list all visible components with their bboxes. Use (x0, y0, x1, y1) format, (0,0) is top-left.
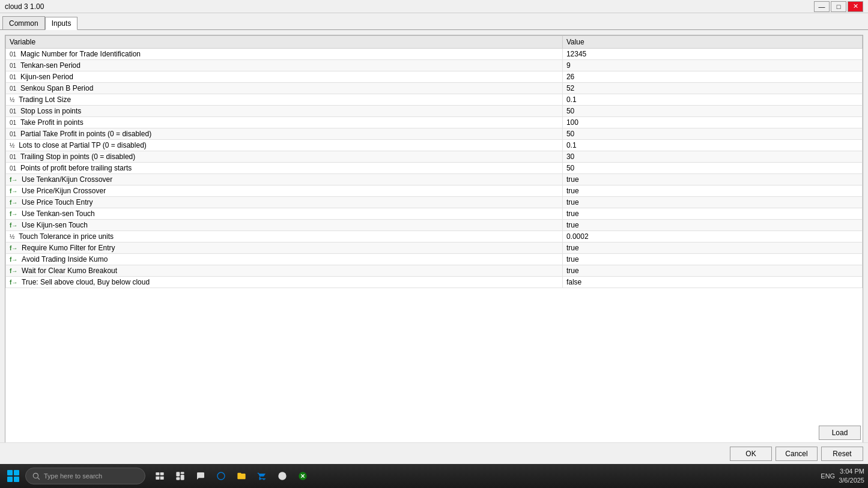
main-window: Common Inputs Variable Value 01 Magic Nu… (0, 13, 868, 464)
table-row[interactable]: f→ Avoid Trading Inside Kumotrue (6, 254, 863, 265)
table-row[interactable]: 01 Senkou Span B Period52 (6, 83, 863, 94)
taskbar-search[interactable]: Type here to search (25, 468, 145, 484)
tab-common[interactable]: Common (2, 16, 45, 29)
variable-cell: ½ Lots to close at Partial TP (0 = disab… (6, 140, 563, 151)
taskbar: Type here to search ENG 3:04 PM (0, 464, 868, 488)
col-header-variable: Variable (6, 36, 563, 49)
value-cell: false (562, 277, 862, 288)
value-cell: true (562, 208, 862, 220)
variable-cell: f→ Use Price Touch Entry (6, 197, 563, 208)
store-icon[interactable] (252, 464, 272, 488)
table-row[interactable]: ½ Touch Tolerance in price units0.0002 (6, 231, 863, 242)
variable-cell: ½ Trading Lot Size (6, 94, 563, 106)
load-button[interactable]: Load (819, 426, 861, 440)
taskbar-time-display: 3:04 PM (839, 467, 864, 476)
reset-button[interactable]: Reset (821, 447, 863, 461)
table-row[interactable]: 01 Take Profit in points100 (6, 117, 863, 128)
search-placeholder: Type here to search (44, 472, 102, 480)
svg-rect-2 (156, 472, 159, 475)
table-row[interactable]: f→ Use Kijun-sen Touchtrue (6, 220, 863, 231)
value-cell: 0.0002 (562, 231, 862, 242)
table-row[interactable]: 01 Trailing Stop in points (0 = disabled… (6, 151, 863, 163)
table-row[interactable]: f→ Require Kumo Filter for Entrytrue (6, 242, 863, 254)
language-indicator: ENG (821, 472, 835, 480)
maximize-button[interactable]: □ (831, 1, 846, 12)
table-row[interactable]: f→ Use Tenkan-sen Touchtrue (6, 208, 863, 220)
value-cell: 100 (562, 117, 862, 128)
col-header-value: Value (562, 36, 862, 49)
table-row[interactable]: f→ Use Price/Kijun Crossovertrue (6, 185, 863, 197)
title-bar: cloud 3 1.00 — □ ✕ (0, 0, 868, 13)
value-cell: true (562, 174, 862, 185)
search-icon (32, 472, 40, 480)
minimize-button[interactable]: — (814, 1, 830, 12)
windows-logo (7, 470, 19, 482)
cancel-button[interactable]: Cancel (775, 447, 818, 461)
variable-cell: f→ Require Kumo Filter for Entry (6, 242, 563, 254)
value-cell: 9 (562, 60, 862, 71)
variable-cell: 01 Tenkan-sen Period (6, 60, 563, 71)
table-row[interactable]: f→ Wait for Clear Kumo Breakouttrue (6, 265, 863, 277)
table-row[interactable]: 01 Kijun-sen Period26 (6, 71, 863, 83)
content-area: Variable Value 01 Magic Number for Trade… (0, 30, 868, 464)
variable-cell: 01 Points of profit before trailing star… (6, 163, 563, 174)
variable-cell: 01 Senkou Span B Period (6, 83, 563, 94)
svg-point-10 (278, 472, 286, 480)
params-table: Variable Value 01 Magic Number for Trade… (5, 35, 863, 288)
close-button[interactable]: ✕ (848, 1, 863, 12)
start-button[interactable] (4, 466, 23, 486)
value-cell: true (562, 254, 862, 265)
value-cell: 26 (562, 71, 862, 83)
value-cell: 0.1 (562, 94, 862, 106)
value-cell: 52 (562, 83, 862, 94)
variable-cell: f→ Avoid Trading Inside Kumo (6, 254, 563, 265)
edge-icon[interactable] (211, 464, 231, 488)
tab-inputs[interactable]: Inputs (45, 17, 78, 30)
variable-cell: f→ Use Price/Kijun Crossover (6, 185, 563, 197)
svg-rect-6 (176, 472, 180, 476)
svg-rect-3 (160, 472, 164, 475)
value-cell: true (562, 220, 862, 231)
steam-icon[interactable] (273, 464, 292, 488)
value-cell: true (562, 197, 862, 208)
table-row[interactable]: 01 Magic Number for Trade Identification… (6, 49, 863, 60)
variable-cell: 01 Partial Take Profit in points (0 = di… (6, 128, 563, 140)
value-cell: 30 (562, 151, 862, 163)
tab-bar: Common Inputs (0, 13, 868, 30)
taskbar-system-tray: ENG 3:04 PM 3/6/2025 (821, 467, 864, 486)
ok-button[interactable]: OK (730, 447, 772, 461)
variable-cell: f→ Use Tenkan/Kijun Crossover (6, 174, 563, 185)
variable-cell: f→ Use Kijun-sen Touch (6, 220, 563, 231)
table-row[interactable]: 01 Stop Loss in points50 (6, 106, 863, 117)
svg-line-1 (38, 478, 40, 480)
value-cell: 50 (562, 163, 862, 174)
table-section: Variable Value 01 Magic Number for Trade… (5, 35, 863, 459)
table-row[interactable]: f→ Use Price Touch Entrytrue (6, 197, 863, 208)
value-cell: 12345 (562, 49, 862, 60)
table-row[interactable]: ½ Trading Lot Size0.1 (6, 94, 863, 106)
svg-rect-8 (176, 477, 180, 480)
table-row[interactable]: 01 Tenkan-sen Period9 (6, 60, 863, 71)
value-cell: true (562, 265, 862, 277)
value-cell: 0.1 (562, 140, 862, 151)
value-cell: true (562, 185, 862, 197)
taskbar-clock: 3:04 PM 3/6/2025 (839, 467, 864, 486)
file-explorer-icon[interactable] (232, 464, 251, 488)
table-wrapper[interactable]: Variable Value 01 Magic Number for Trade… (5, 35, 863, 459)
svg-point-0 (33, 473, 38, 478)
variable-cell: f→ True: Sell above cloud, Buy below clo… (6, 277, 563, 288)
widgets-icon[interactable] (171, 464, 190, 488)
table-row[interactable]: f→ True: Sell above cloud, Buy below clo… (6, 277, 863, 288)
table-row[interactable]: f→ Use Tenkan/Kijun Crossovertrue (6, 174, 863, 185)
table-row[interactable]: ½ Lots to close at Partial TP (0 = disab… (6, 140, 863, 151)
svg-rect-7 (181, 472, 184, 474)
chat-icon[interactable] (191, 464, 210, 488)
xbox-icon[interactable] (293, 464, 312, 488)
svg-rect-5 (160, 477, 164, 480)
variable-cell: 01 Trailing Stop in points (0 = disabled… (6, 151, 563, 163)
table-row[interactable]: 01 Points of profit before trailing star… (6, 163, 863, 174)
variable-cell: 01 Magic Number for Trade Identification (6, 49, 563, 60)
window-controls: — □ ✕ (814, 1, 863, 12)
task-view-icon[interactable] (150, 464, 169, 488)
table-row[interactable]: 01 Partial Take Profit in points (0 = di… (6, 128, 863, 140)
